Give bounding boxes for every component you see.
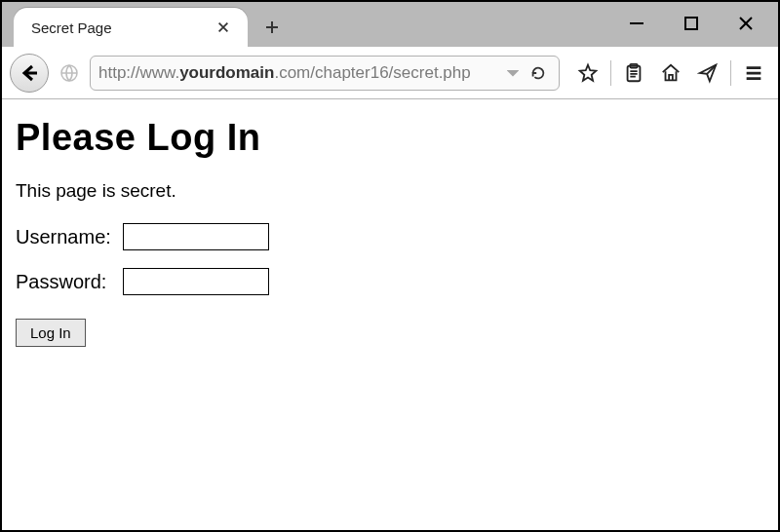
home-icon (660, 62, 682, 84)
password-input[interactable] (123, 268, 269, 295)
page-intro: This page is secret. (16, 180, 764, 202)
chevron-down-icon (507, 67, 519, 79)
maximize-icon (682, 15, 700, 32)
toolbar-separator (730, 60, 731, 86)
minimize-icon (628, 15, 645, 32)
arrow-left-icon (20, 63, 39, 83)
url-suffix: .com/chapter16/secret.php (274, 63, 470, 82)
plus-icon (264, 19, 280, 35)
password-label: Password: (16, 271, 123, 293)
browser-tab[interactable]: Secret Page (14, 8, 248, 47)
page-heading: Please Log In (16, 117, 764, 159)
menu-button[interactable] (737, 57, 770, 90)
username-input[interactable] (123, 223, 269, 250)
site-identity-icon (58, 62, 80, 84)
toolbar-separator (610, 60, 611, 86)
globe-icon (59, 63, 79, 83)
bookmark-button[interactable] (571, 57, 604, 90)
window-controls (610, 6, 772, 41)
username-label: Username: (16, 226, 123, 248)
close-icon (216, 20, 230, 34)
url-dropdown-button[interactable] (504, 64, 522, 82)
back-button[interactable] (10, 54, 49, 93)
tab-close-button[interactable] (213, 17, 234, 38)
clipboard-icon (623, 62, 644, 84)
password-row: Password: (16, 268, 764, 295)
home-button[interactable] (654, 57, 687, 90)
address-bar[interactable]: http://www.yourdomain.com/chapter16/secr… (90, 56, 560, 91)
window-minimize-button[interactable] (620, 10, 653, 37)
new-tab-button[interactable] (257, 13, 287, 42)
tab-title: Secret Page (31, 19, 213, 36)
login-button[interactable]: Log In (16, 319, 86, 347)
toolbar-icons (571, 57, 770, 90)
reload-icon (529, 64, 547, 82)
titlebar: Secret Page (2, 2, 778, 47)
username-row: Username: (16, 223, 764, 250)
menu-icon (743, 62, 764, 84)
reading-list-button[interactable] (617, 57, 650, 90)
url-domain: yourdomain (179, 63, 274, 82)
star-icon (577, 62, 599, 84)
browser-toolbar: http://www.yourdomain.com/chapter16/secr… (2, 47, 778, 99)
window-close-button[interactable] (729, 10, 762, 37)
paper-plane-icon (697, 62, 719, 84)
window-maximize-button[interactable] (675, 10, 708, 37)
url-prefix: http://www. (98, 63, 179, 82)
page-content: Please Log In This page is secret. Usern… (2, 99, 778, 357)
close-icon (737, 15, 755, 32)
reload-button[interactable] (526, 60, 551, 86)
svg-rect-0 (685, 18, 697, 29)
send-button[interactable] (691, 57, 724, 90)
url-text: http://www.yourdomain.com/chapter16/secr… (98, 63, 498, 83)
